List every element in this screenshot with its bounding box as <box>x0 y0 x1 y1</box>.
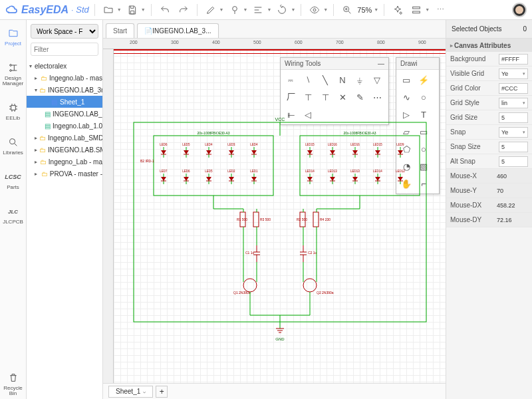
drawing-tool[interactable]: ∿ <box>399 90 414 104</box>
rail-recycle-bin[interactable]: Recycle Bin <box>0 368 26 399</box>
rail-project[interactable]: Project <box>0 24 26 49</box>
document-tabs: Start 📄 INGEGNO.LAB_3... <box>103 20 446 39</box>
drawing-tool[interactable]: ▭ <box>399 72 414 87</box>
zoom-icon <box>342 5 352 15</box>
zoom-menu[interactable]: 75%▼ <box>339 2 378 18</box>
rail-design-manager[interactable]: Design Manager <box>0 59 26 89</box>
svg-marker-61 <box>330 150 335 154</box>
svg-marker-93 <box>398 177 403 181</box>
save-icon <box>127 5 138 15</box>
search-icon <box>8 137 19 148</box>
visible-grid-select[interactable]: Ye <box>499 68 528 79</box>
svg-rect-3 <box>413 7 420 9</box>
rail-jlcpcb[interactable]: JLC JLCPCB <box>0 202 26 227</box>
tree-item[interactable]: ▾🗀INGEGNO.LAB_3n <box>27 84 102 96</box>
file-menu[interactable]: ▼ <box>100 2 122 18</box>
undo-button[interactable] <box>157 2 173 18</box>
align-menu[interactable]: ▼ <box>250 2 271 18</box>
attr-background: Background#FFFF <box>446 52 532 66</box>
wiring-tool[interactable]: ⏚ <box>352 72 367 87</box>
undo-icon <box>160 5 170 15</box>
tree-item[interactable]: ▤INGEGNO.LAB_3 <box>27 108 102 120</box>
drawing-tools-header[interactable]: Drawi <box>396 58 439 70</box>
wiring-tool[interactable]: ⧵ <box>301 72 315 87</box>
edit-menu[interactable]: ▼ <box>203 2 224 18</box>
drawing-tool[interactable]: ○ <box>416 90 431 104</box>
svg-text:B2
IRD-1: B2 IRD-1 <box>140 159 154 163</box>
svg-point-116 <box>303 279 317 292</box>
svg-text:20x-1008FBIOE30-A3: 20x-1008FBIOE30-A3 <box>197 131 229 135</box>
svg-marker-69 <box>375 150 380 154</box>
svg-point-8 <box>9 139 15 144</box>
more-button[interactable]: ⋯ <box>432 2 448 18</box>
svg-rect-98 <box>253 212 259 227</box>
zoom-level: 75% <box>357 6 372 14</box>
ai-button[interactable] <box>390 2 406 18</box>
tab-start[interactable]: Start <box>106 23 134 38</box>
folder-icon: 🗀 <box>39 86 46 94</box>
wiring-tool[interactable]: ⋯ <box>370 90 384 104</box>
design-manager-icon <box>8 63 19 73</box>
tab-active-doc[interactable]: 📄 INGEGNO.LAB_3... <box>137 23 218 38</box>
place-menu[interactable]: ▼ <box>227 2 248 18</box>
wiring-tools-header[interactable]: Wiring Tools— <box>281 58 388 70</box>
wiring-tool[interactable]: ✎ <box>352 90 367 104</box>
rail-libraries[interactable]: Libraries <box>0 133 26 158</box>
alt-snap-value[interactable]: 5 <box>499 156 528 167</box>
svg-text:Q2
2N390a: Q2 2N390a <box>317 291 334 295</box>
svg-marker-77 <box>307 177 313 181</box>
svg-marker-33 <box>251 150 257 154</box>
background-value[interactable]: #FFFF <box>499 54 528 65</box>
sheet-tab-1[interactable]: Sheet_1 ⌵ <box>108 386 153 398</box>
grid-style-select[interactable]: lin <box>499 98 528 108</box>
snap-select[interactable]: Ye <box>499 127 528 138</box>
rail-parts[interactable]: LCSC Parts <box>0 168 26 193</box>
project-icon <box>8 28 19 39</box>
minimize-icon[interactable]: — <box>378 60 384 67</box>
svg-text:LED7: LED7 <box>160 170 168 173</box>
svg-text:R1
500: R1 500 <box>237 217 247 221</box>
workspace-dropdown[interactable]: Work Space - F <box>31 24 98 39</box>
grid-color-value[interactable]: #CCC <box>499 83 528 94</box>
logo-edition: Std <box>76 5 89 15</box>
tree-item[interactable]: ▸🗀Ingegno_Lab - ma <box>27 156 102 168</box>
wiring-tool[interactable]: N <box>335 72 350 87</box>
wiring-tool[interactable]: ╲ <box>318 72 332 87</box>
wiring-tool[interactable]: ⊤ <box>301 90 315 104</box>
config-menu[interactable]: ▼ <box>408 2 430 18</box>
tree-item[interactable]: ▤Ingegno.Lab_1.0 <box>27 120 102 132</box>
eye-icon <box>309 5 320 15</box>
view-menu[interactable]: ▼ <box>307 2 328 18</box>
svg-rect-7 <box>11 106 15 110</box>
grid-size-value[interactable]: 5 <box>499 112 528 123</box>
rail-eelib[interactable]: EELib <box>0 98 26 124</box>
tree-root[interactable]: ▾electoralex <box>27 60 102 72</box>
attr-visible-grid: Visible GridYe <box>446 66 532 81</box>
wiring-tool[interactable]: ⎓ <box>283 72 298 87</box>
tree-item[interactable]: ▸🗀INGEGNO.LAB.SM <box>27 144 102 156</box>
schematic-canvas[interactable]: Wiring Tools— ⎓⧵╲N⏚▽厂⊤⊤✕✎⋯⫦◁ Drawi ▭⚡∿○▷… <box>114 49 446 383</box>
tree-item[interactable]: ▸🗀Ingegno.Lab_SMD <box>27 132 102 144</box>
svg-point-5 <box>9 65 11 66</box>
add-sheet-button[interactable]: + <box>156 386 168 398</box>
drawing-tool[interactable]: ⚡ <box>416 72 431 87</box>
save-menu[interactable]: ▼ <box>124 2 146 18</box>
attr-grid-style: Grid Stylelin <box>446 96 532 110</box>
tree-item[interactable]: ▤Sheet_1 <box>27 96 102 108</box>
tree-item[interactable]: ▸🗀PROVA - master - <box>27 168 102 180</box>
redo-button[interactable] <box>176 2 192 18</box>
tree-item[interactable]: ▸🗀Ingegno.lab - mas <box>27 72 102 84</box>
svg-text:LED15: LED15 <box>373 143 382 146</box>
wiring-tool[interactable]: ▽ <box>370 72 384 87</box>
canvas-attributes-title[interactable]: Canvas Attributes <box>446 39 532 52</box>
trash-icon <box>8 372 19 383</box>
wiring-tool[interactable]: 厂 <box>283 90 298 104</box>
wiring-tool[interactable]: ✕ <box>335 90 350 104</box>
svg-text:R3
500: R3 500 <box>260 217 271 221</box>
snap-size-value[interactable]: 5 <box>499 142 528 152</box>
sheet-icon: ▤ <box>50 98 58 106</box>
filter-input[interactable] <box>31 43 98 56</box>
user-avatar[interactable] <box>512 3 527 17</box>
rotate-menu[interactable]: ▼ <box>274 2 295 18</box>
wiring-tool[interactable]: ⊤ <box>318 90 332 104</box>
